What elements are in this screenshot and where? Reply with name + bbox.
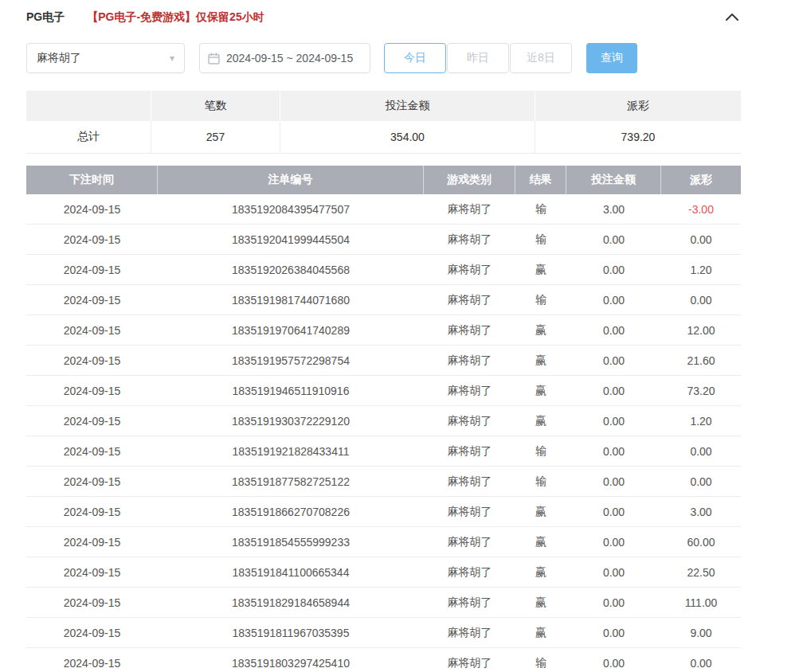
table-row: 2024-09-151835191803297425410麻将胡了输0.000.… xyxy=(26,648,741,672)
cell-bet-amount: 0.00 xyxy=(566,557,661,587)
cell-order-id: 1835192041999445504 xyxy=(158,225,424,254)
summary-total-bet: 354.00 xyxy=(280,121,535,153)
cell-order-id: 1835191946511910916 xyxy=(158,376,424,405)
summary-header-payout: 派彩 xyxy=(535,91,741,121)
summary-header-count: 笔数 xyxy=(151,91,280,121)
cell-bet-amount: 0.00 xyxy=(566,648,661,672)
table-row: 2024-09-151835192041999445504麻将胡了输0.000.… xyxy=(26,225,741,255)
date-range-value: 2024-09-15 ~ 2024-09-15 xyxy=(226,52,353,64)
cell-order-id: 1835191829184658944 xyxy=(158,588,424,617)
cell-bet-amount: 0.00 xyxy=(566,225,661,254)
cell-payout: 0.00 xyxy=(661,225,741,254)
col-header-bet-time: 下注时间 xyxy=(26,166,158,194)
cell-result: 赢 xyxy=(515,315,566,345)
cell-game-type: 麻将胡了 xyxy=(424,618,515,647)
cell-payout: 1.20 xyxy=(661,255,741,284)
table-row: 2024-09-151835191877582725122麻将胡了输0.000.… xyxy=(26,467,741,497)
date-range-picker[interactable]: 2024-09-15 ~ 2024-09-15 xyxy=(199,43,370,73)
cell-game-type: 麻将胡了 xyxy=(424,376,515,405)
summary-header-row: 笔数 投注金额 派彩 xyxy=(26,91,741,121)
cell-game-type: 麻将胡了 xyxy=(424,497,515,526)
cell-game-type: 麻将胡了 xyxy=(424,225,515,254)
table-row: 2024-09-151835192026384045568麻将胡了赢0.001.… xyxy=(26,255,741,285)
cell-bet-time: 2024-09-15 xyxy=(26,406,158,436)
table-row: 2024-09-151835191854555999233麻将胡了赢0.0060… xyxy=(26,527,741,557)
col-header-order-id: 注单编号 xyxy=(158,166,424,194)
cell-bet-amount: 0.00 xyxy=(566,255,661,284)
cell-bet-amount: 0.00 xyxy=(566,497,661,526)
collapse-chevron-up-icon[interactable] xyxy=(723,8,741,25)
cell-result: 赢 xyxy=(515,557,566,587)
cell-result: 输 xyxy=(515,194,566,224)
cell-order-id: 1835191841100665344 xyxy=(158,557,424,587)
summary-total-payout: 739.20 xyxy=(535,121,741,153)
records-table-header: 下注时间 注单编号 游戏类别 结果 投注金额 派彩 xyxy=(26,166,741,194)
cell-order-id: 1835192084395477507 xyxy=(158,194,424,224)
cell-result: 赢 xyxy=(515,588,566,617)
yesterday-button[interactable]: 昨日 xyxy=(447,43,509,73)
table-row: 2024-09-151835191981744071680麻将胡了输0.000.… xyxy=(26,285,741,315)
cell-bet-time: 2024-09-15 xyxy=(26,225,158,254)
cell-result: 赢 xyxy=(515,527,566,557)
cell-payout: 0.00 xyxy=(661,436,741,466)
quick-range-group: 今日 昨日 近8日 xyxy=(384,43,572,73)
cell-order-id: 1835191921828433411 xyxy=(158,436,424,466)
today-button[interactable]: 今日 xyxy=(384,43,446,73)
game-select[interactable]: 麻将胡了 ▾ xyxy=(26,43,185,73)
col-header-game-type: 游戏类别 xyxy=(424,166,515,194)
cell-payout: 0.00 xyxy=(661,285,741,315)
cell-payout: -3.00 xyxy=(661,194,741,224)
table-row: 2024-09-151835191970641740289麻将胡了赢0.0012… xyxy=(26,315,741,346)
cell-bet-amount: 0.00 xyxy=(566,376,661,405)
records-table-body: 2024-09-151835192084395477507麻将胡了输3.00-3… xyxy=(26,194,741,672)
cell-bet-amount: 0.00 xyxy=(566,315,661,345)
cell-bet-amount: 0.00 xyxy=(566,467,661,496)
cell-game-type: 麻将胡了 xyxy=(424,315,515,345)
cell-order-id: 1835191957572298754 xyxy=(158,346,424,375)
cell-bet-time: 2024-09-15 xyxy=(26,527,158,557)
summary-total-count: 257 xyxy=(151,121,280,153)
cell-payout: 60.00 xyxy=(661,527,741,557)
cell-bet-time: 2024-09-15 xyxy=(26,557,158,587)
last-8-days-button[interactable]: 近8日 xyxy=(510,43,572,73)
cell-bet-time: 2024-09-15 xyxy=(26,497,158,526)
table-row: 2024-09-151835191921828433411麻将胡了输0.000.… xyxy=(26,436,741,467)
game-select-value: 麻将胡了 xyxy=(37,51,170,65)
cell-bet-amount: 0.00 xyxy=(566,527,661,557)
cell-game-type: 麻将胡了 xyxy=(424,194,515,224)
table-row: 2024-09-151835191866270708226麻将胡了赢0.003.… xyxy=(26,497,741,527)
summary-total-row: 总计 257 354.00 739.20 xyxy=(26,121,741,153)
cell-game-type: 麻将胡了 xyxy=(424,346,515,375)
cell-result: 赢 xyxy=(515,618,566,647)
cell-bet-time: 2024-09-15 xyxy=(26,285,158,315)
panel-header: PG电子 【PG电子-免费游戏】仅保留25小时 xyxy=(26,5,741,30)
cell-result: 输 xyxy=(515,225,566,254)
cell-payout: 73.20 xyxy=(661,376,741,405)
col-header-result: 结果 xyxy=(515,166,566,194)
summary-header-bet: 投注金额 xyxy=(280,91,535,121)
cell-payout: 12.00 xyxy=(661,315,741,345)
cell-result: 赢 xyxy=(515,406,566,436)
cell-result: 赢 xyxy=(515,497,566,526)
cell-order-id: 1835191811967035395 xyxy=(158,618,424,647)
summary-table: 笔数 投注金额 派彩 总计 257 354.00 739.20 xyxy=(26,91,741,154)
cell-result: 输 xyxy=(515,285,566,315)
cell-bet-amount: 0.00 xyxy=(566,406,661,436)
cell-bet-amount: 3.00 xyxy=(566,194,661,224)
query-button[interactable]: 查询 xyxy=(586,43,637,73)
cell-payout: 1.20 xyxy=(661,406,741,436)
records-table: 下注时间 注单编号 游戏类别 结果 投注金额 派彩 2024-09-151835… xyxy=(26,166,741,672)
table-row: 2024-09-151835191946511910916麻将胡了赢0.0073… xyxy=(26,376,741,406)
cell-bet-time: 2024-09-15 xyxy=(26,194,158,224)
table-row: 2024-09-151835191930372229120麻将胡了赢0.001.… xyxy=(26,406,741,436)
cell-bet-amount: 0.00 xyxy=(566,588,661,617)
page-title: PG电子 xyxy=(26,10,65,25)
cell-payout: 0.00 xyxy=(661,648,741,672)
cell-payout: 22.50 xyxy=(661,557,741,587)
cell-game-type: 麻将胡了 xyxy=(424,557,515,587)
cell-payout: 0.00 xyxy=(661,467,741,496)
cell-bet-amount: 0.00 xyxy=(566,346,661,375)
table-row: 2024-09-151835191957572298754麻将胡了赢0.0021… xyxy=(26,346,741,376)
pg-records-panel: PG电子 【PG电子-免费游戏】仅保留25小时 麻将胡了 ▾ 2024-09-1… xyxy=(0,5,767,672)
cell-order-id: 1835191854555999233 xyxy=(158,527,424,557)
